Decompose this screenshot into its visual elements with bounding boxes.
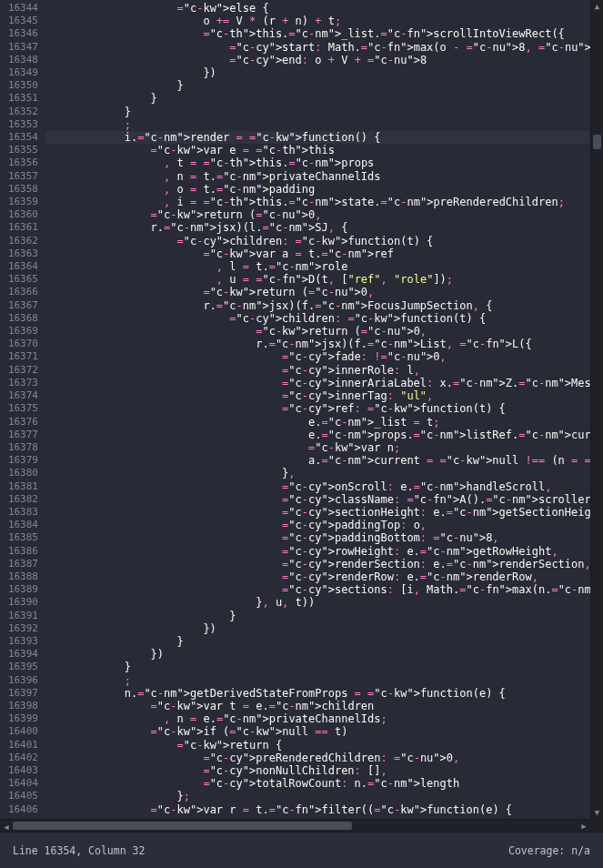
code-line[interactable]: ="c-cy">onScroll: e.="c-nm">handleScroll… [45, 480, 603, 493]
code-line[interactable]: ="c-kw">var t = e.="c-nm">children [45, 700, 603, 712]
code-line[interactable]: ="c-cy">renderRow: e.="c-nm">renderRow, [45, 570, 603, 583]
code-area[interactable]: ="c-kw">else { o += V * (r + n) + t; ="c… [45, 0, 603, 819]
code-line[interactable]: ="c-kw">return (="c-nu">0, [45, 208, 603, 221]
editor: 1634416345163461634716348163491635016351… [0, 0, 603, 819]
code-line[interactable]: ="c-kw">return (="c-nu">0, [45, 325, 603, 338]
code-line[interactable]: ="c-kw">return { [45, 739, 603, 752]
code-line[interactable]: ="c-kw">if (="c-kw">null == t) [45, 725, 603, 738]
code-line[interactable]: ="c-kw">var e = ="c-th">this [45, 144, 603, 156]
code-line[interactable]: ="c-cy">start: Math.="c-fn">max(o - ="c-… [45, 41, 603, 54]
scroll-right-arrow[interactable]: ▶ [578, 820, 590, 833]
vertical-thumb[interactable] [593, 135, 601, 149]
code-line[interactable]: ="c-cy">nonNullChildren: [], [45, 764, 603, 777]
code-line[interactable]: ="c-kw">else { [45, 2, 603, 15]
code-line[interactable]: ="c-cy">innerAriaLabel: x.="c-nm">Z.="c-… [45, 377, 603, 389]
code-line[interactable]: ="c-cy">innerTag: "ul", [45, 389, 603, 402]
code-line[interactable]: ="c-th">this.="c-nm">_list.="c-fn">scrol… [45, 27, 603, 40]
code-line[interactable]: , n = t.="c-nm">privateChannelIds [45, 170, 603, 183]
code-line[interactable]: ="c-kw">return (="c-nu">0, [45, 286, 603, 298]
code-line[interactable]: , n = e.="c-nm">privateChannelIds; [45, 712, 603, 725]
scroll-down-arrow[interactable]: ▼ [591, 806, 603, 819]
code-line[interactable]: ="c-cy">preRenderedChildren: ="c-nu">0, [45, 752, 603, 764]
code-line[interactable]: ="c-cy">rowHeight: e.="c-nm">getRowHeigh… [45, 545, 603, 558]
vertical-scrollbar[interactable]: ▲ ▼ [590, 0, 603, 819]
code-line[interactable]: } [45, 106, 603, 118]
status-bar: Line 16354, Column 32 Coverage: n/a [0, 832, 603, 868]
code-line[interactable]: } [45, 92, 603, 105]
code-line[interactable]: n.="c-nm">getDerivedStateFromProps = ="c… [45, 687, 603, 700]
code-line[interactable]: }) [45, 648, 603, 661]
code-line[interactable]: , o = t.="c-nm">padding [45, 183, 603, 196]
scroll-up-arrow[interactable]: ▲ [591, 0, 603, 13]
code-line[interactable]: ="c-cy">totalRowCount: n.="c-nm">length [45, 777, 603, 790]
code-line[interactable]: } [45, 79, 603, 92]
line-gutter: 1634416345163461634716348163491635016351… [0, 0, 45, 819]
code-line[interactable]: , i = ="c-th">this.="c-nm">state.="c-nm"… [45, 196, 603, 208]
code-line[interactable]: }) [45, 622, 603, 635]
code-line[interactable]: , u = ="c-fn">D(t, ["ref", "role"]); [45, 273, 603, 286]
code-line[interactable]: }, [45, 467, 603, 479]
code-line[interactable]: ="c-cy">ref: ="c-kw">function(t) { [45, 402, 603, 415]
code-line[interactable]: ="c-cy">fade: !="c-nu">0, [45, 350, 603, 363]
code-line[interactable]: ="c-cy">renderSection: e.="c-nm">renderS… [45, 558, 603, 570]
code-line[interactable]: ="c-kw">var n; [45, 441, 603, 454]
code-line[interactable]: o += V * (r + n) + t; [45, 15, 603, 27]
code-line[interactable]: ="c-kw">var a = t.="c-nm">ref [45, 247, 603, 260]
code-line[interactable]: , t = ="c-th">this.="c-nm">props [45, 156, 603, 169]
code-line[interactable]: }; [45, 790, 603, 802]
code-line[interactable]: }) [45, 66, 603, 79]
code-line[interactable]: ="c-cy">paddingTop: o, [45, 519, 603, 531]
code-line[interactable]: ="c-cy">className: ="c-fn">A().="c-nm">s… [45, 493, 603, 506]
code-line[interactable]: ="c-cy">paddingBottom: ="c-nu">8, [45, 531, 603, 544]
code-line[interactable]: } [45, 635, 603, 648]
code-line[interactable]: ="c-cy">sectionHeight: e.="c-nm">getSect… [45, 506, 603, 519]
code-line[interactable]: ="c-cy">children: ="c-kw">function(t) { [45, 312, 603, 325]
code-line[interactable]: e.="c-nm">_list = t; [45, 416, 603, 429]
code-line[interactable]: e.="c-nm">props.="c-nm">listRef.="c-nm">… [45, 429, 603, 441]
code-line[interactable]: r.="c-nm">jsx)(f.="c-nm">FocusJumpSectio… [45, 299, 603, 312]
code-line[interactable]: r.="c-nm">jsx)(f.="c-nm">List, ="c-fn">L… [45, 338, 603, 350]
scroll-corner [590, 819, 603, 832]
horizontal-scrollbar[interactable]: ◀ ▶ [0, 819, 590, 832]
horizontal-thumb[interactable] [13, 822, 352, 830]
code-line[interactable]: ="c-cy">innerRole: l, [45, 364, 603, 377]
code-line[interactable]: } [45, 661, 603, 673]
code-line[interactable]: ="c-cy">children: ="c-kw">function(t) { [45, 235, 603, 247]
cursor-position: Line 16354, Column 32 [13, 844, 145, 857]
code-line[interactable]: ="c-cy">end: o + V + ="c-nu">8 [45, 54, 603, 66]
code-line[interactable]: ="c-cy">sections: [i, Math.="c-fn">max(n… [45, 583, 603, 596]
code-line[interactable]: r.="c-nm">jsx)(l.="c-nm">SJ, { [45, 221, 603, 234]
code-line[interactable]: }, u, t)) [45, 596, 603, 609]
code-line[interactable]: ="c-kw">var r = t.="c-fn">filter((="c-kw… [45, 803, 603, 816]
code-line[interactable]: ; [45, 674, 603, 687]
code-line[interactable]: a.="c-nm">current = ="c-kw">null !== (n … [45, 454, 603, 467]
coverage-status: Coverage: n/a [508, 844, 590, 857]
code-line[interactable]: i.="c-nm">render = ="c-kw">function() { [45, 131, 603, 144]
code-line[interactable]: ; [45, 118, 603, 131]
code-line[interactable]: , l = t.="c-nm">role [45, 260, 603, 273]
code-line[interactable]: } [45, 610, 603, 622]
